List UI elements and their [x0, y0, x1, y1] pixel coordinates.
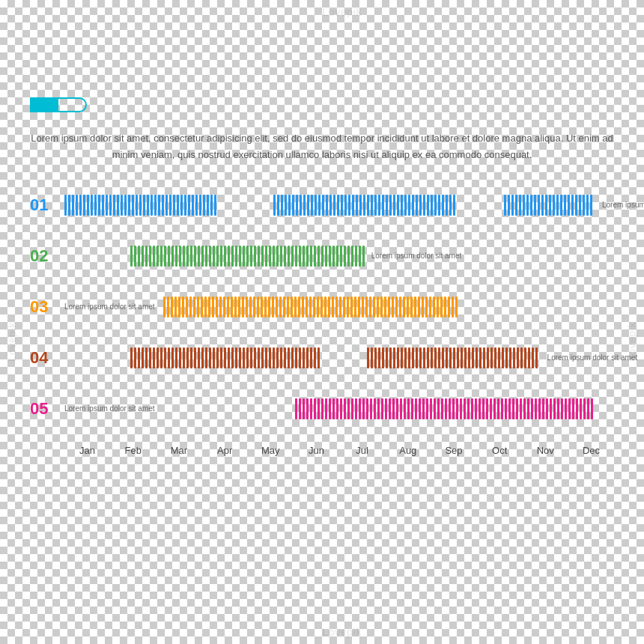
- bar-tick: [134, 347, 136, 368]
- bars-01: Lorem ipsum dolor sit amet: [64, 190, 614, 220]
- bar-tick: [362, 246, 365, 267]
- bar-tick: [306, 347, 309, 368]
- segment-03-0: [163, 297, 460, 318]
- bar-tick: [408, 347, 410, 368]
- bar-tick: [253, 297, 255, 318]
- bar-tick: [68, 195, 70, 216]
- bar-tick: [175, 347, 177, 368]
- bar-tick: [208, 297, 210, 318]
- bar-tick: [358, 297, 360, 318]
- bar-tick: [201, 347, 204, 368]
- bar-tick: [175, 246, 177, 267]
- bar-tick: [545, 195, 547, 216]
- bar-tick: [337, 195, 339, 216]
- bar-tick: [132, 195, 134, 216]
- bar-tick: [283, 297, 285, 318]
- bar-tick: [307, 195, 309, 216]
- bar-tick: [356, 195, 358, 216]
- bar-tick: [145, 246, 148, 267]
- bar-tick: [528, 347, 530, 368]
- bar-tick: [425, 297, 428, 318]
- bar-tick: [373, 297, 375, 318]
- bar-tick: [526, 195, 529, 216]
- bar-tick: [374, 195, 377, 216]
- bar-tick: [231, 347, 234, 368]
- bar-tick: [124, 195, 127, 216]
- bar-tick: [183, 347, 185, 368]
- bar-tick: [328, 297, 330, 318]
- bar-tick: [265, 347, 267, 368]
- bar-tick: [300, 195, 302, 216]
- bar-tick: [479, 347, 482, 368]
- bar-tick: [366, 398, 368, 419]
- bar-tick: [174, 297, 177, 318]
- bar-tick: [415, 398, 417, 419]
- bar-tick: [482, 398, 484, 419]
- bar-tick: [576, 398, 578, 419]
- bar-tick: [385, 398, 387, 419]
- bar-tick: [335, 297, 338, 318]
- bars-04: Lorem ipsum dolor sit amet: [64, 343, 614, 373]
- bar-tick: [449, 398, 451, 419]
- bar-tick: [534, 195, 536, 216]
- bars-02: Lorem ipsum dolor sit amet: [64, 241, 614, 271]
- bar-tick: [313, 297, 315, 318]
- bar-tick: [261, 297, 263, 318]
- bar-tick: [203, 195, 205, 216]
- bar-tick: [314, 398, 316, 419]
- bar-tick: [303, 246, 305, 267]
- label-right-02-0: Lorem ipsum dolor sit amet: [371, 252, 462, 260]
- bar-tick: [224, 246, 226, 267]
- bar-tick: [336, 246, 338, 267]
- bar-tick: [414, 297, 416, 318]
- bar-tick: [207, 195, 209, 216]
- bar-tick: [511, 195, 514, 216]
- bar-tick: [397, 347, 399, 368]
- bar-tick: [299, 347, 301, 368]
- bar-tick: [138, 246, 140, 267]
- bar-tick: [303, 195, 306, 216]
- bar-tick: [493, 398, 496, 419]
- bar-tick: [538, 398, 541, 419]
- bar-tick: [434, 398, 436, 419]
- bar-tick: [347, 297, 349, 318]
- bar-tick: [310, 246, 312, 267]
- bar-tick: [268, 297, 270, 318]
- month-Sep: Sep: [431, 445, 476, 456]
- title-part1: [30, 97, 57, 112]
- segment-04-1: [367, 347, 543, 368]
- bar-tick: [235, 347, 237, 368]
- bar-tick: [422, 297, 424, 318]
- bar-tick: [362, 398, 365, 419]
- bar-tick: [374, 398, 376, 419]
- bar-tick: [190, 347, 192, 368]
- bar-tick: [467, 398, 470, 419]
- bar-tick: [553, 398, 556, 419]
- segment-01-1: [273, 195, 461, 216]
- bar-tick: [453, 347, 455, 368]
- bar-tick: [440, 297, 443, 318]
- bar-tick: [483, 347, 485, 368]
- bar-tick: [173, 195, 175, 216]
- month-Aug: Aug: [385, 445, 431, 456]
- bar-tick: [227, 297, 229, 318]
- bar-tick: [149, 246, 151, 267]
- bar-tick: [519, 195, 521, 216]
- bar-tick: [326, 195, 328, 216]
- bar-tick: [179, 246, 181, 267]
- bar-tick: [407, 398, 410, 419]
- bar-tick: [197, 297, 199, 318]
- bar-tick: [419, 398, 421, 419]
- bar-tick: [194, 347, 196, 368]
- bar-tick: [171, 347, 174, 368]
- bar-tick: [321, 297, 323, 318]
- bar-tick: [157, 347, 159, 368]
- bar-tick: [332, 246, 335, 267]
- bar-tick: [395, 297, 398, 318]
- bar-tick: [64, 195, 67, 216]
- bar-tick: [220, 246, 222, 267]
- bar-tick: [178, 297, 180, 318]
- bar-tick: [344, 398, 346, 419]
- bar-tick: [318, 246, 320, 267]
- bar-tick: [564, 195, 566, 216]
